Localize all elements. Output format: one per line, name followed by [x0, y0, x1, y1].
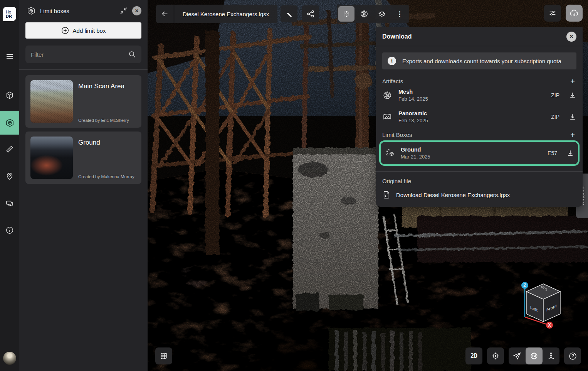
document-title: Diesel Kerosene Exchangers.lgsx: [174, 11, 277, 17]
card-title: Main Scan Area: [78, 83, 136, 90]
quota-notice-text: Exports and downloads count towards your…: [402, 58, 561, 64]
cube-icon: [5, 91, 14, 99]
limit-box-card-main-scan-area[interactable]: Main Scan Area Created by Eric McSherry: [25, 75, 141, 128]
limit-box-icon: [5, 118, 14, 127]
add-limit-box-label: Add limit box: [73, 27, 106, 34]
limit-box-card-ground[interactable]: Ground Created by Makenna Murray: [25, 132, 141, 184]
add-limit-box-export-icon[interactable]: +: [569, 132, 576, 138]
orbit-mode-button[interactable]: [526, 347, 543, 364]
2d-mode-label: 2D: [470, 352, 477, 359]
kebab-menu-icon: ⋮: [396, 10, 403, 18]
artifact-row-mesh[interactable]: Mesh Feb 14, 2025 ZIP: [382, 84, 576, 106]
pointcloud-icon: [342, 10, 351, 18]
rail-item-limit-boxes[interactable]: [0, 111, 19, 135]
share-icon: [306, 10, 315, 18]
artifact-date: Feb 13, 2025: [398, 118, 428, 123]
download-arrow-icon: [569, 91, 576, 99]
highlighted-row-wrapper: Ground Mar 21, 2025 E57: [379, 140, 580, 166]
hxdr-logo[interactable]: Hx DR: [3, 7, 16, 21]
rail-item-info[interactable]: [0, 222, 19, 239]
rail-item-models[interactable]: [0, 87, 19, 104]
magic-wand-button[interactable]: [281, 5, 297, 22]
panel-title: Limit boxes: [40, 8, 115, 14]
limit-box-name: Ground: [401, 147, 430, 153]
filter-field[interactable]: [25, 46, 141, 63]
download-button[interactable]: [566, 5, 583, 22]
divider: [376, 171, 583, 172]
pointcloud-box-icon: [385, 148, 395, 158]
card-thumbnail: [30, 80, 73, 123]
z-axis-label: Z: [523, 283, 526, 288]
rail-item-locations[interactable]: [0, 168, 19, 185]
pointcloud-view-button[interactable]: [338, 6, 354, 22]
model-box-icon: [378, 10, 386, 18]
add-limit-box-button[interactable]: Add limit box: [25, 22, 141, 39]
map-grid-icon: [160, 352, 168, 360]
minimap-button[interactable]: [155, 347, 172, 364]
fly-plane-icon: [513, 352, 521, 360]
limit-boxes-panel: Limit boxes ✕ Add limit box Main Scan Ar…: [19, 0, 148, 371]
fly-mode-button[interactable]: [509, 347, 526, 364]
download-row-button[interactable]: [566, 149, 574, 157]
download-close-icon[interactable]: ✕: [566, 32, 576, 42]
magic-wand-icon: [285, 10, 293, 18]
user-avatar[interactable]: [3, 352, 16, 365]
quota-notice: i Exports and downloads count towards yo…: [382, 52, 576, 69]
model-view-button[interactable]: [374, 6, 390, 22]
collapse-icon[interactable]: [120, 7, 128, 15]
download-arrow-icon: [566, 149, 574, 157]
x-axis-label: X: [548, 322, 551, 328]
view-mode-group: ⋮: [337, 5, 409, 23]
question-icon: [568, 352, 577, 361]
info-icon: [5, 226, 14, 234]
artifact-row-panoramic[interactable]: Panoramic Feb 13, 2025 ZIP: [382, 106, 576, 128]
mesh-view-button[interactable]: [356, 6, 372, 22]
info-circle-icon: i: [388, 57, 396, 65]
file-download-icon: [382, 191, 391, 199]
download-panel-title: Download: [382, 33, 412, 40]
view-settings-button[interactable]: [544, 5, 561, 22]
viewer-titlebar: Diesel Kerosene Exchangers.lgsx: [156, 5, 277, 23]
recenter-button[interactable]: [487, 347, 504, 364]
card-thumbnail: [30, 137, 73, 179]
download-panel: Download ✕ i Exports and downloads count…: [376, 27, 583, 207]
limit-box-date: Mar 21, 2025: [401, 154, 430, 160]
card-title: Ground: [78, 139, 136, 147]
download-arrow-icon: [569, 113, 576, 121]
hamburger-icon: [6, 52, 13, 60]
panel-close-icon[interactable]: ✕: [132, 6, 141, 15]
original-file-download-link[interactable]: Download Diesel Kerosene Exchangers.lgsx: [382, 191, 576, 199]
artifacts-section-label: Artifacts: [382, 78, 403, 84]
navigation-cube[interactable]: Left Front Top Z X: [516, 278, 566, 329]
cloud-download-icon: [570, 8, 579, 18]
mesh-sphere-icon: [360, 10, 368, 18]
limit-boxes-section-label: Limit Boxes: [382, 132, 412, 138]
more-options-button[interactable]: ⋮: [391, 6, 408, 22]
back-button[interactable]: [156, 5, 174, 23]
original-file-label: Original file: [382, 178, 576, 184]
add-artifact-icon[interactable]: +: [569, 79, 576, 84]
walk-person-icon: [547, 352, 555, 360]
walk-mode-button[interactable]: [543, 347, 559, 364]
limit-box-icon: [27, 7, 35, 15]
filter-input[interactable]: [31, 51, 128, 58]
rail-item-exports[interactable]: [0, 195, 19, 212]
card-credit: Created by Makenna Murray: [78, 174, 136, 179]
plus-circle-icon: [61, 27, 69, 34]
2d-mode-button[interactable]: 2D: [465, 347, 482, 364]
logo-text-bottom: DR: [6, 14, 16, 19]
share-button[interactable]: [302, 5, 319, 22]
help-button[interactable]: [564, 347, 581, 364]
download-row-button[interactable]: [569, 113, 576, 121]
artifact-name: Panoramic: [398, 110, 428, 116]
download-row-button[interactable]: [569, 91, 576, 99]
main-menu-button[interactable]: [0, 48, 19, 65]
original-file-link-text: Download Diesel Kerosene Exchangers.lgsx: [396, 192, 510, 198]
logo-text-top: Hx: [6, 10, 16, 14]
assets-export-icon: [5, 199, 14, 207]
artifact-date: Feb 14, 2025: [398, 96, 428, 102]
back-arrow-icon: [161, 10, 169, 18]
limit-box-format: E57: [548, 150, 557, 156]
rail-item-measure[interactable]: [0, 141, 19, 158]
limit-box-row-ground[interactable]: Ground Mar 21, 2025 E57: [385, 143, 574, 163]
